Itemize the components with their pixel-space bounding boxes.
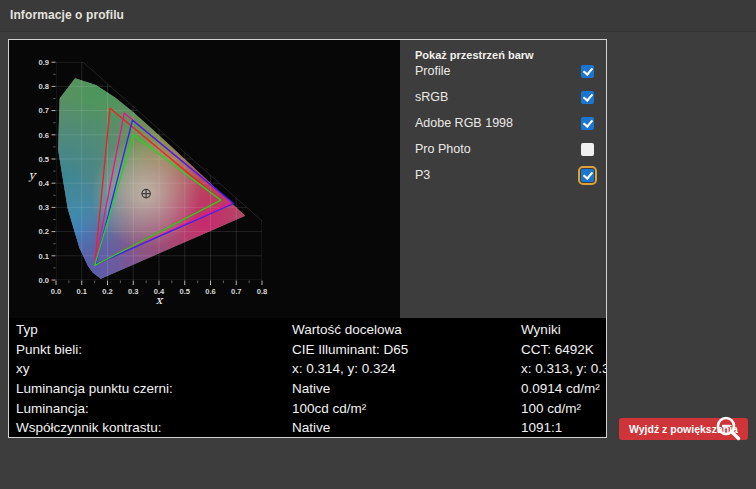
colorspace-row-srgb: sRGB bbox=[415, 84, 594, 110]
table-cell: Luminancja punktu czerni: bbox=[12, 381, 288, 396]
svg-text:0.1: 0.1 bbox=[76, 287, 87, 296]
svg-text:0.8: 0.8 bbox=[38, 82, 49, 91]
prophoto-checkbox[interactable] bbox=[581, 143, 594, 156]
svg-text:0.4: 0.4 bbox=[38, 179, 49, 188]
table-cell: Wartość docelowa bbox=[288, 322, 517, 337]
svg-text:0.5: 0.5 bbox=[179, 287, 190, 296]
svg-text:0.6: 0.6 bbox=[38, 131, 49, 140]
colorspace-label: P3 bbox=[415, 168, 430, 182]
colorspace-label: sRGB bbox=[415, 90, 448, 104]
colorspace-list: Profile sRGB Adobe RGB 1998 Pro Photo P3 bbox=[415, 58, 594, 188]
svg-text:0.0: 0.0 bbox=[38, 276, 49, 285]
svg-text:0.2: 0.2 bbox=[102, 287, 113, 296]
chromaticity-diagram: 0.00.10.20.30.40.50.60.70.80.00.10.20.30… bbox=[9, 40, 400, 318]
svg-text:0.0: 0.0 bbox=[51, 287, 62, 296]
table-cell: Native bbox=[288, 381, 517, 396]
colorspace-row-p3: P3 bbox=[415, 162, 594, 188]
table-cell: x: 0.313, y: 0.330 bbox=[517, 361, 606, 376]
adobergb-checkbox[interactable] bbox=[581, 117, 594, 130]
table-cell: CCT: 6492K bbox=[517, 342, 606, 357]
page-title: Informacje o profilu bbox=[10, 8, 124, 22]
table-cell: 100cd cd/m² bbox=[288, 401, 517, 416]
svg-text:0.3: 0.3 bbox=[38, 203, 49, 212]
table-cell: x: 0.314, y: 0.324 bbox=[288, 361, 517, 376]
profile-info-panel: 0.00.10.20.30.40.50.60.70.80.00.10.20.30… bbox=[8, 39, 607, 438]
table-cell: 100 cd/m² bbox=[517, 401, 606, 416]
table-row: xy x: 0.314, y: 0.324 x: 0.313, y: 0.330 bbox=[12, 359, 606, 379]
spectral-locus-fill bbox=[58, 78, 245, 279]
colorspace-row-prophoto: Pro Photo bbox=[415, 136, 594, 162]
svg-text:0.5: 0.5 bbox=[38, 155, 49, 164]
table-cell: Luminancja: bbox=[12, 401, 288, 416]
svg-text:0.8: 0.8 bbox=[257, 287, 268, 296]
colorspace-label: Pro Photo bbox=[415, 142, 471, 156]
table-cell: 1091:1 bbox=[517, 420, 606, 435]
table-cell: xy bbox=[12, 361, 288, 376]
profile-checkbox[interactable] bbox=[581, 65, 594, 78]
table-cell: Współczynnik kontrastu: bbox=[12, 420, 288, 435]
svg-text:0.6: 0.6 bbox=[205, 287, 216, 296]
svg-text:0.9: 0.9 bbox=[38, 58, 49, 67]
svg-text:0.7: 0.7 bbox=[38, 106, 49, 115]
p3-checkbox[interactable] bbox=[581, 169, 594, 182]
table-cell: Punkt bieli: bbox=[12, 342, 288, 357]
svg-text:0.7: 0.7 bbox=[231, 287, 242, 296]
whitepoint-marker bbox=[142, 189, 150, 197]
table-cell: Native bbox=[288, 420, 517, 435]
profile-results-table: Typ Wartość docelowa Wyniki Punkt bieli:… bbox=[9, 318, 606, 437]
table-row: Punkt bieli: CIE Illuminant: D65 CCT: 64… bbox=[12, 340, 606, 360]
title-bar: Informacje o profilu bbox=[0, 0, 756, 32]
table-cell: Wyniki bbox=[517, 322, 606, 337]
table-cell: Typ bbox=[12, 322, 288, 337]
table-cell: 0.0914 cd/m² bbox=[517, 381, 606, 396]
table-row: Współczynnik kontrastu: Native 1091:1 bbox=[12, 418, 606, 437]
gamut-section: 0.00.10.20.30.40.50.60.70.80.00.10.20.30… bbox=[9, 40, 606, 318]
srgb-checkbox[interactable] bbox=[581, 91, 594, 104]
colorspace-label: Adobe RGB 1998 bbox=[415, 116, 513, 130]
zoom-out-icon[interactable] bbox=[712, 412, 744, 444]
svg-text:0.3: 0.3 bbox=[128, 287, 139, 296]
svg-text:0.1: 0.1 bbox=[38, 252, 49, 261]
table-cell: CIE Illuminant: D65 bbox=[288, 342, 517, 357]
colorspace-panel: Pokaż przestrzeń barw Profile sRGB Adobe… bbox=[400, 40, 606, 318]
colorspace-row-adobergb: Adobe RGB 1998 bbox=[415, 110, 594, 136]
y-axis-label: y bbox=[28, 168, 37, 182]
table-row: Luminancja punktu czerni: Native 0.0914 … bbox=[12, 379, 606, 399]
table-row: Luminancja: 100cd cd/m² 100 cd/m² bbox=[12, 398, 606, 418]
profile-info-window: { "window": { "title": "Informacje o pro… bbox=[0, 0, 756, 489]
svg-text:0.2: 0.2 bbox=[38, 227, 49, 236]
colorspace-label: Profile bbox=[415, 64, 450, 78]
chromaticity-chart: 0.00.10.20.30.40.50.60.70.80.00.10.20.30… bbox=[9, 40, 400, 318]
table-row: Typ Wartość docelowa Wyniki bbox=[12, 320, 606, 340]
